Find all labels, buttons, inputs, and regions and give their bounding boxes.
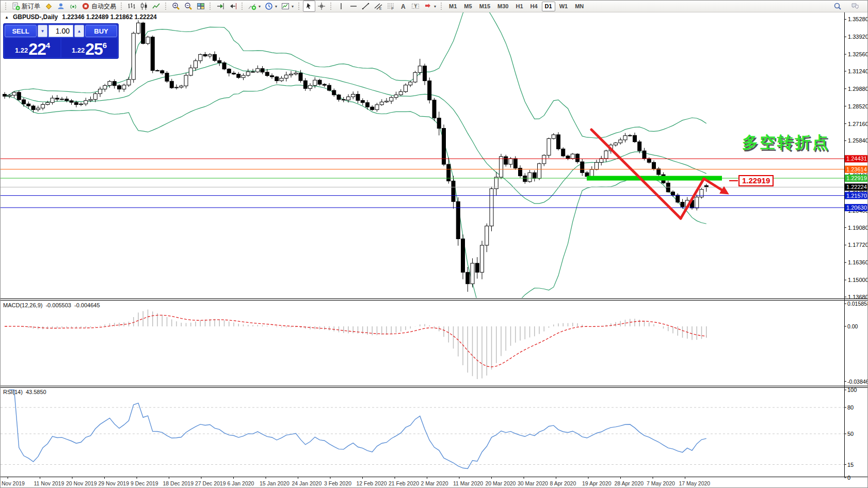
- cursor-button[interactable]: [303, 1, 315, 12]
- price-callout-box[interactable]: 1.22919: [738, 175, 774, 186]
- templates-icon: [281, 2, 290, 10]
- timeframe-H4[interactable]: H4: [527, 2, 541, 11]
- timeframe-M1[interactable]: M1: [446, 2, 460, 11]
- zoom-in-button[interactable]: [170, 1, 182, 12]
- panel-toggle-arrow[interactable]: ▲: [5, 15, 9, 20]
- timeframe-MN[interactable]: MN: [572, 2, 587, 11]
- price-axis[interactable]: 1.352801.339201.325601.312401.298801.285…: [844, 16, 868, 300]
- svg-text:28 Apr 2020: 28 Apr 2020: [615, 480, 644, 486]
- buy-price-big: 25: [85, 42, 103, 56]
- cursor-icon: [305, 2, 313, 10]
- sell-button[interactable]: SELL: [5, 25, 37, 37]
- macd-axis[interactable]: 0.0158580.00-0.038465: [844, 301, 868, 384]
- periods-button[interactable]: ▾: [263, 1, 279, 12]
- svg-text:8 Apr 2020: 8 Apr 2020: [550, 480, 576, 486]
- svg-text:1.21570: 1.21570: [846, 193, 867, 199]
- candlestick-series: [3, 20, 709, 292]
- chat-icon[interactable]: [849, 1, 861, 12]
- toolbar-group-grip: [210, 3, 212, 10]
- trend-annotation[interactable]: [591, 130, 738, 218]
- chevron-down-icon[interactable]: ▾: [275, 4, 277, 9]
- svg-text:F: F: [392, 7, 394, 10]
- bar-chart-button[interactable]: [125, 1, 138, 12]
- level-lines[interactable]: [1, 159, 844, 208]
- trendline-button[interactable]: [360, 1, 372, 12]
- search-icon[interactable]: [831, 1, 844, 12]
- volume-increase-button[interactable]: ▲: [74, 25, 84, 37]
- svg-text:1.17720: 1.17720: [848, 242, 868, 248]
- svg-text:80: 80: [847, 404, 854, 411]
- line-chart-button[interactable]: [150, 1, 163, 12]
- shapes-icon: [424, 2, 432, 10]
- hline-button[interactable]: [347, 1, 360, 12]
- gold-button[interactable]: [42, 1, 55, 12]
- ohlc-readout: 1.22346 1.22489 1.21862 1.22224: [62, 13, 157, 21]
- toolbar-group-grip: [5, 3, 7, 10]
- svg-text:1.28520: 1.28520: [848, 103, 868, 109]
- svg-text:0.015858: 0.015858: [847, 301, 868, 307]
- support-zone-bar[interactable]: [587, 176, 722, 181]
- svg-text:0: 0: [847, 475, 850, 481]
- text-label-button[interactable]: T: [409, 1, 422, 12]
- timeframe-M5[interactable]: M5: [461, 2, 475, 11]
- timeframe-D1[interactable]: D1: [542, 2, 555, 11]
- svg-text:1.25840: 1.25840: [848, 137, 868, 144]
- timeframe-H1[interactable]: H1: [512, 2, 526, 11]
- text-button[interactable]: A: [397, 1, 409, 12]
- svg-text:1.22919: 1.22919: [846, 175, 867, 181]
- templates-button[interactable]: ▾: [279, 1, 296, 12]
- buy-button[interactable]: BUY: [85, 25, 117, 37]
- auto-scroll-button[interactable]: [227, 1, 239, 12]
- tile-windows-button[interactable]: [195, 1, 207, 12]
- svg-text:1.19080: 1.19080: [848, 225, 868, 231]
- community-button[interactable]: [55, 1, 67, 12]
- one-click-trade-panel: SELL ▼ 1.00 ▲ BUY 1.22 22 4 1.22 25 6: [3, 23, 119, 59]
- chart-canvas[interactable]: 1.352801.339201.325601.312401.298801.285…: [1, 1, 868, 488]
- svg-text:7 May 2020: 7 May 2020: [647, 480, 675, 486]
- svg-text:15 Jan 2020: 15 Jan 2020: [260, 480, 290, 486]
- svg-text:100: 100: [847, 387, 857, 393]
- autotrade-label: 自动交易: [91, 2, 116, 11]
- autotrade-button[interactable]: 自动交易: [79, 1, 118, 12]
- svg-text:1.31240: 1.31240: [848, 68, 868, 74]
- indicators-button[interactable]: ▾: [246, 1, 263, 12]
- fibonacci-button[interactable]: F: [384, 1, 397, 12]
- chevron-down-icon[interactable]: ▾: [259, 4, 261, 9]
- svg-text:0.00: 0.00: [847, 323, 858, 329]
- svg-text:11 Mar 2020: 11 Mar 2020: [453, 480, 483, 486]
- buy-price-display[interactable]: 1.22 25 6: [61, 38, 117, 57]
- signal-button[interactable]: [67, 1, 79, 12]
- community-icon: [57, 2, 65, 10]
- periods-icon: [265, 2, 273, 10]
- sell-price-display[interactable]: 1.22 22 4: [5, 38, 60, 57]
- trendline-icon: [362, 2, 370, 10]
- chevron-down-icon[interactable]: ▾: [434, 4, 436, 9]
- timeframe-M30[interactable]: M30: [494, 2, 511, 11]
- macd-main-value: -0.005503: [45, 302, 71, 308]
- timeframe-W1[interactable]: W1: [556, 2, 571, 11]
- downtrend-line: [591, 130, 681, 218]
- candlestick-button[interactable]: [138, 1, 150, 12]
- bar-chart-icon: [127, 2, 136, 10]
- timeframe-M15[interactable]: M15: [476, 2, 493, 11]
- rsi-axis[interactable]: 1008050150: [844, 387, 857, 481]
- shapes-button[interactable]: ▾: [422, 1, 438, 12]
- indicators-icon: [248, 2, 256, 10]
- date-axis[interactable]: Nov 201911 Nov 201920 Nov 201929 Nov 201…: [2, 477, 710, 486]
- crosshair-icon: [317, 2, 326, 10]
- toolbar-right: [831, 1, 865, 12]
- chevron-down-icon[interactable]: ▾: [292, 4, 294, 9]
- gold-icon: [44, 2, 53, 10]
- new-order-button[interactable]: 新订单: [10, 1, 42, 12]
- volume-input[interactable]: 1.00: [49, 25, 73, 37]
- crosshair-button[interactable]: [315, 1, 328, 12]
- rsi-label: RSI(14) 43.5850: [3, 389, 46, 395]
- zoom-out-button[interactable]: [182, 1, 195, 12]
- vline-button[interactable]: [335, 1, 347, 12]
- channel-button[interactable]: E: [372, 1, 384, 12]
- svg-text:1.23614: 1.23614: [846, 166, 867, 172]
- buy-price-base: 1.22: [72, 46, 85, 54]
- volume-decrease-button[interactable]: ▼: [38, 25, 47, 37]
- vline-icon: [337, 2, 345, 10]
- chart-shift-button[interactable]: [214, 1, 227, 12]
